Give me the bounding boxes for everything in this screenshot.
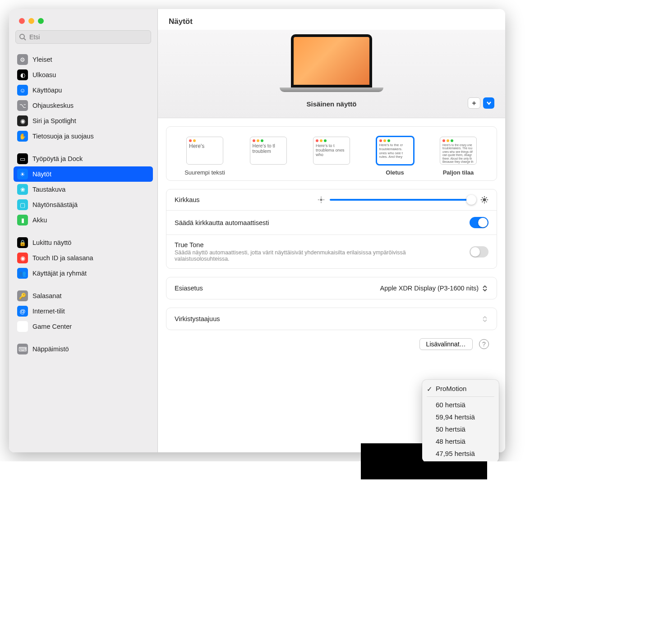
brightness-high-icon xyxy=(480,196,488,204)
sidebar-item-lukittu-näyttö[interactable]: 🔒Lukittu näyttö xyxy=(14,235,153,250)
resolution-thumb: Here's to the cr troublemakers. ones who… xyxy=(377,137,414,165)
svg-line-14 xyxy=(482,202,483,202)
svg-line-12 xyxy=(482,198,483,198)
sidebar-item-label: Työpöytä ja Dock xyxy=(32,155,83,162)
sidebar-item-label: Näytönsäästäjä xyxy=(32,201,78,208)
sidebar-item-taustakuva[interactable]: ❀Taustakuva xyxy=(14,182,153,197)
close-icon[interactable] xyxy=(19,18,25,24)
resolution-label: Oletus xyxy=(370,169,420,176)
sidebar-item-näytöt[interactable]: ☀Näytöt xyxy=(14,166,153,182)
preset-select[interactable]: Apple XDR Display (P3-1600 nits) xyxy=(380,284,488,293)
menu-item[interactable]: 50 hertsiä xyxy=(422,423,499,435)
sidebar-item-yleiset[interactable]: ⚙Yleiset xyxy=(14,52,153,67)
auto-brightness-label: Säädä kirkkautta automaattisesti xyxy=(175,219,269,226)
sidebar-icon: ◐ xyxy=(17,69,28,80)
settings-content: Here'sSuurempi tekstiHere's to tl troubl… xyxy=(158,118,505,366)
resolution-option-3[interactable]: Here's to the cr troublemakers. ones who… xyxy=(370,137,420,176)
brightness-label: Kirkkaus xyxy=(175,196,200,203)
resolution-label: Suurempi teksti xyxy=(180,169,230,176)
sidebar-item-label: Ohjauskeskus xyxy=(32,102,74,109)
sidebar-item-tietosuoja-ja-suojaus[interactable]: ✋Tietosuoja ja suojaus xyxy=(14,129,153,144)
brightness-low-icon xyxy=(317,196,325,204)
resolution-option-0[interactable]: Here'sSuurempi teksti xyxy=(180,137,230,176)
sidebar-item-näppäimistö[interactable]: ⌨Näppäimistö xyxy=(14,341,153,357)
sidebar-item-ohjauskeskus[interactable]: ⌥Ohjauskeskus xyxy=(14,98,153,113)
sidebar-icon: 👥 xyxy=(17,268,28,279)
sidebar-icon: ⌨ xyxy=(17,344,28,354)
settings-window: ⚙Yleiset◐Ulkoasu☺Käyttöapu⌥Ohjauskeskus◉… xyxy=(9,9,505,452)
sidebar-item-label: Ulkoasu xyxy=(32,71,56,78)
sidebar-item-label: Tietosuoja ja suojaus xyxy=(32,133,94,140)
device-preview-area: Sisäinen näyttö + xyxy=(158,30,505,118)
truetone-toggle[interactable] xyxy=(470,246,488,258)
sidebar-item-label: Käyttäjät ja ryhmät xyxy=(32,270,87,277)
refresh-card: Virkistystaajuus xyxy=(166,308,497,330)
menu-item[interactable]: 47,95 hertsiä xyxy=(422,447,499,460)
sidebar-icon: ☀ xyxy=(17,169,28,179)
sidebar-item-label: Taustakuva xyxy=(32,186,65,193)
auto-brightness-toggle[interactable] xyxy=(470,217,488,228)
menu-item[interactable]: 48 hertsiä xyxy=(422,435,499,447)
sidebar-item-siri-ja-spotlight[interactable]: ◉Siri ja Spotlight xyxy=(14,113,153,129)
resolution-option-1[interactable]: Here's to tl troublem xyxy=(244,137,293,176)
menu-item[interactable]: 60 hertsiä xyxy=(422,399,499,411)
help-button[interactable]: ? xyxy=(479,339,489,349)
main-panel: Näytöt Sisäinen näyttö + Here'sSuurempi … xyxy=(158,9,505,452)
svg-point-0 xyxy=(20,34,24,39)
resolution-thumb: Here's to the crazy one troublemakers. T… xyxy=(440,137,477,165)
search-icon xyxy=(19,33,26,41)
refresh-rate-menu[interactable]: ✓ ProMotion 60 hertsiä59,94 hertsiä50 he… xyxy=(422,380,499,461)
minimize-icon[interactable] xyxy=(28,18,34,24)
add-display-button[interactable]: + xyxy=(468,97,480,109)
sidebar-icon: ☺ xyxy=(17,85,28,96)
search-input[interactable] xyxy=(15,30,151,44)
sidebar-item-touch-id-ja-salasana[interactable]: ◉Touch ID ja salasana xyxy=(14,250,153,266)
sidebar-item-label: Yleiset xyxy=(32,56,52,63)
preset-label: Esiasetus xyxy=(175,285,203,292)
sidebar-item-internet-tilit[interactable]: @Internet-tilit xyxy=(14,304,153,319)
menu-item-selected[interactable]: ✓ ProMotion xyxy=(422,382,499,395)
sidebar-item-label: Näytöt xyxy=(32,170,51,178)
truetone-description: Säädä näyttö automaattisesti, jotta väri… xyxy=(175,249,409,262)
laptop-icon xyxy=(280,34,383,97)
sidebar-item-akku[interactable]: ▮Akku xyxy=(14,212,153,228)
device-name: Sisäinen näyttö xyxy=(169,100,494,108)
sidebar-item-game-center[interactable]: ◓Game Center xyxy=(14,319,153,334)
sidebar-icon: ▢ xyxy=(17,199,28,210)
sidebar-icon: 🔑 xyxy=(17,290,28,301)
refresh-select[interactable] xyxy=(481,314,488,323)
sidebar-item-label: Akku xyxy=(32,216,47,224)
menu-item[interactable]: 59,94 hertsiä xyxy=(422,411,499,423)
sidebar-item-näytönsäästäjä[interactable]: ▢Näytönsäästäjä xyxy=(14,197,153,212)
sidebar-item-label: Touch ID ja salasana xyxy=(32,254,93,262)
sidebar-item-käyttöapu[interactable]: ☺Käyttöapu xyxy=(14,83,153,98)
arrange-dropdown-button[interactable] xyxy=(483,97,494,109)
advanced-button[interactable]: Lisävalinnat… xyxy=(419,338,473,350)
sidebar-icon: ▭ xyxy=(17,153,28,164)
resolution-thumb: Here's xyxy=(186,137,223,165)
checkmark-icon: ✓ xyxy=(427,385,433,393)
sidebar-item-käyttäjät-ja-ryhmät[interactable]: 👥Käyttäjät ja ryhmät xyxy=(14,266,153,281)
truetone-label: True Tone xyxy=(175,241,409,248)
resolution-card: Here'sSuurempi tekstiHere's to tl troubl… xyxy=(166,126,497,181)
sidebar-item-ulkoasu[interactable]: ◐Ulkoasu xyxy=(14,67,153,83)
sidebar-item-label: Siri ja Spotlight xyxy=(32,117,76,124)
resolution-option-4[interactable]: Here's to the crazy one troublemakers. T… xyxy=(433,137,483,176)
svg-line-13 xyxy=(486,202,487,202)
sidebar-icon: ⌥ xyxy=(17,100,28,111)
sidebar-icon: ◓ xyxy=(17,321,28,332)
brightness-slider[interactable] xyxy=(317,196,488,204)
search-field[interactable] xyxy=(15,30,151,44)
sidebar-item-työpöytä-ja-dock[interactable]: ▭Työpöytä ja Dock xyxy=(14,151,153,166)
footer: Lisävalinnat… ? xyxy=(166,338,497,358)
maximize-icon[interactable] xyxy=(38,18,44,24)
sidebar-item-salasanat[interactable]: 🔑Salasanat xyxy=(14,288,153,304)
sidebar-icon: @ xyxy=(17,306,28,317)
refresh-label: Virkistystaajuus xyxy=(175,315,220,322)
sidebar-icon: ❀ xyxy=(17,184,28,195)
window-controls xyxy=(9,9,157,30)
updown-icon xyxy=(481,284,488,293)
page-title: Näytöt xyxy=(158,9,505,30)
resolution-thumb: Here's to tl troublem xyxy=(250,137,287,165)
resolution-option-2[interactable]: Here's to t troublema ones who xyxy=(307,137,356,176)
